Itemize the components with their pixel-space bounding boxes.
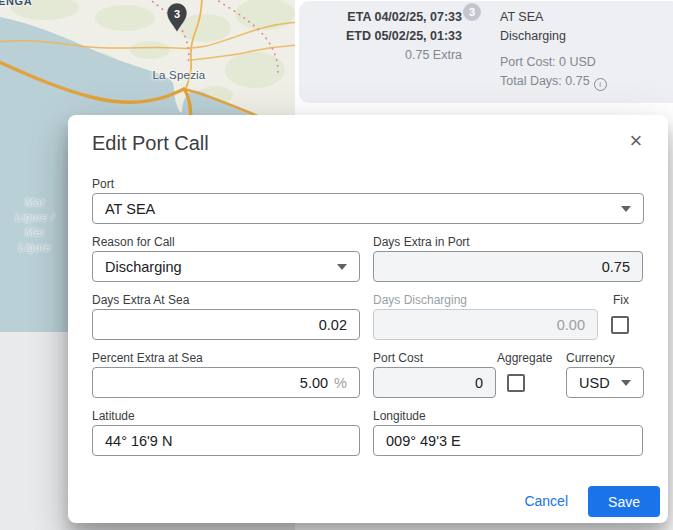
close-icon[interactable]: × — [624, 129, 648, 153]
port-cost-label: Port Cost — [373, 351, 423, 365]
latitude-input[interactable] — [92, 425, 360, 456]
percent-suffix: % — [334, 375, 347, 391]
days-discharging-label: Days Discharging — [373, 293, 467, 307]
longitude-label: Longitude — [373, 409, 426, 423]
total-days-text: Total Days: 0.75i — [500, 72, 607, 91]
currency-select-value: USD — [579, 375, 610, 391]
port-call-details: AT SEA Discharging Port Cost: 0 USD Tota… — [500, 8, 607, 91]
extra-days-text: 0.75 Extra — [299, 48, 462, 62]
reason-label: Reason for Call — [92, 235, 175, 249]
currency-label: Currency — [566, 351, 615, 365]
percent-extra-at-sea-input[interactable]: 5.00 % — [92, 367, 360, 398]
map-city-label: La Spezia — [148, 69, 210, 81]
days-extra-in-port-input[interactable] — [373, 251, 643, 282]
port-select-value: AT SEA — [105, 201, 155, 217]
map-city-label-partial: ENGA — [0, 0, 32, 7]
port-cost-text: Port Cost: 0 USD — [500, 53, 607, 72]
eta-text: ETA 04/02/25, 07:33 — [299, 8, 462, 27]
currency-select[interactable]: USD — [566, 367, 644, 398]
port-call-number-badge: 3 — [463, 3, 481, 21]
port-select[interactable]: AT SEA — [92, 193, 644, 224]
chevron-down-icon — [621, 206, 631, 212]
info-icon[interactable]: i — [594, 78, 607, 91]
port-name-text: AT SEA — [500, 8, 607, 27]
chevron-down-icon — [621, 380, 631, 386]
percent-value: 5.00 — [300, 375, 328, 391]
eta-etd-block: ETA 04/02/25, 07:33 ETD 05/02/25, 01:33 — [299, 8, 462, 46]
dialog-title: Edit Port Call — [92, 132, 209, 155]
save-button[interactable]: Save — [588, 486, 660, 517]
days-discharging-input — [373, 309, 598, 340]
aggregate-checkbox[interactable] — [507, 374, 525, 392]
days-extra-in-port-label: Days Extra in Port — [373, 235, 470, 249]
port-call-summary-card: ETA 04/02/25, 07:33 ETD 05/02/25, 01:33 … — [299, 1, 673, 103]
days-extra-at-sea-label: Days Extra At Sea — [92, 293, 189, 307]
percent-extra-at-sea-label: Percent Extra at Sea — [92, 351, 203, 365]
port-cost-input[interactable] — [373, 367, 496, 398]
longitude-input[interactable] — [373, 425, 643, 456]
port-label: Port — [92, 177, 114, 191]
days-extra-at-sea-input[interactable] — [92, 309, 360, 340]
map-pin-number: 3 — [174, 8, 180, 20]
etd-text: ETD 05/02/25, 01:33 — [299, 27, 462, 46]
latitude-label: Latitude — [92, 409, 135, 423]
aggregate-label: Aggregate — [497, 351, 552, 365]
cancel-button[interactable]: Cancel — [516, 487, 576, 515]
edit-port-call-dialog: Edit Port Call × Port AT SEA Reason for … — [68, 115, 668, 523]
reason-select-value: Discharging — [105, 259, 182, 275]
activity-text: Discharging — [500, 27, 607, 46]
fix-label: Fix — [613, 293, 629, 307]
fix-checkbox[interactable] — [611, 316, 629, 334]
map-sea-label: Mar Ligure / Mer Ligure — [2, 195, 68, 255]
reason-select[interactable]: Discharging — [92, 251, 360, 282]
chevron-down-icon — [337, 264, 347, 270]
